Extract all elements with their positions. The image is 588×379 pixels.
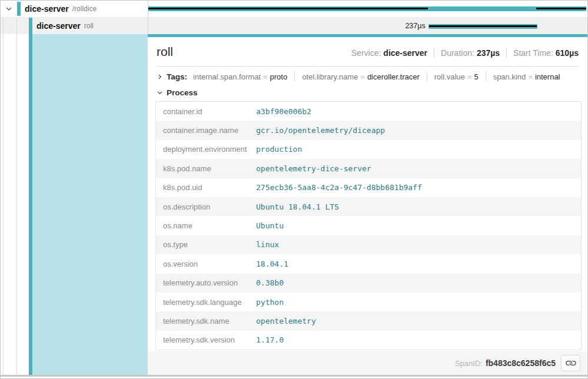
service-color-bar (17, 2, 21, 16)
operation-name: /rolldice (72, 5, 97, 13)
table-row: k8s.pod.uid275ecb36-5aa8-4c2a-9c47-d8bb6… (156, 178, 581, 197)
process-label: Process (167, 88, 198, 97)
tags-label: Tags: (167, 72, 187, 81)
service-name: dice-server (25, 4, 69, 14)
expanded-span-fill (32, 34, 148, 375)
span-detail-footer: SpanID: fb483c8c6258f6c5 (148, 351, 587, 375)
table-row: os.descriptionUbuntu 18.04.1 LTS (156, 197, 581, 216)
timeline-row-rolldice (148, 1, 587, 18)
overview-duration: Duration:237µs (434, 48, 500, 58)
trace-timeline: 237µs (148, 1, 587, 34)
span-bar-rolldice[interactable] (148, 6, 586, 11)
link-icon (564, 357, 577, 370)
jaeger-trace-timeline-view: 237µs dice-server /rolldice dice-server … (0, 0, 588, 379)
table-row: telemetry.sdk.languagepython (156, 292, 581, 311)
chevron-right-icon (157, 74, 163, 80)
table-row: os.nameUbuntu (156, 216, 581, 235)
span-overlay-segment (148, 8, 428, 9)
operation-name: roll (84, 22, 94, 30)
span-row-roll[interactable]: dice-server roll (1, 18, 148, 34)
chevron-down-icon (157, 89, 163, 96)
table-row: k8s.pod.nameopentelemetry-dice-server (156, 159, 581, 178)
tags-accordion[interactable]: Tags: internal.span.format=proto otel.li… (157, 72, 579, 81)
table-row: telemetry.sdk.version1.17.0 (156, 331, 581, 350)
table-row: telemetry.auto.version0.38b0 (156, 274, 581, 292)
span-detail-header: roll Service:dice-server Duration:237µs … (148, 37, 587, 59)
table-row: deployment.environmentproduction (156, 140, 581, 159)
span-detail-panel: roll Service:dice-server Duration:237µs … (148, 34, 587, 375)
chevron-down-icon[interactable] (5, 5, 12, 12)
table-row: telemetry.sdk.nameopentelemetry (156, 311, 581, 330)
span-bar-roll[interactable] (428, 24, 537, 29)
process-accordion[interactable]: Process (157, 88, 579, 97)
service-name: dice-server (36, 21, 81, 31)
tag-span-kind: span.kind=internal (486, 72, 560, 81)
table-row: os.typelinux (156, 235, 581, 254)
spanid-value: fb483c8c6258f6c5 (486, 358, 556, 368)
indent-guide (3, 18, 4, 375)
process-key-value-table: container.ida3bf90e006b2 container.image… (155, 101, 582, 350)
span-title: roll (157, 45, 173, 59)
overview-service: Service:dice-server (351, 48, 427, 58)
span-overlay-segment (536, 8, 586, 9)
table-row: container.ida3bf90e006b2 (156, 102, 581, 121)
tag-otel-library-name: otel.library.name=diceroller.tracer (294, 72, 420, 81)
table-row: container.image.namegcr.io/opentelemetry… (156, 121, 581, 139)
tag-list: internal.span.format=proto otel.library.… (193, 72, 560, 81)
span-overlay-segment (429, 25, 537, 27)
span-row-rolldice[interactable]: dice-server /rolldice (1, 1, 148, 18)
bottom-edge (1, 375, 587, 378)
overview-start-time: Start Time:610µs (506, 48, 579, 58)
span-duration-label: 237µs (405, 22, 425, 30)
tag-roll-value: roll.value=5 (427, 72, 479, 81)
table-row: os.version18.04.1 (156, 254, 581, 273)
header-divider (157, 66, 579, 67)
span-overview: Service:dice-server Duration:237µs Start… (351, 48, 579, 58)
indent-guide (16, 18, 17, 375)
timeline-row-roll: 237µs (148, 18, 587, 34)
deep-link-button[interactable] (561, 355, 580, 371)
tag-internal-span-format: internal.span.format=proto (193, 72, 287, 81)
spanid-label: SpanID: (455, 359, 483, 368)
